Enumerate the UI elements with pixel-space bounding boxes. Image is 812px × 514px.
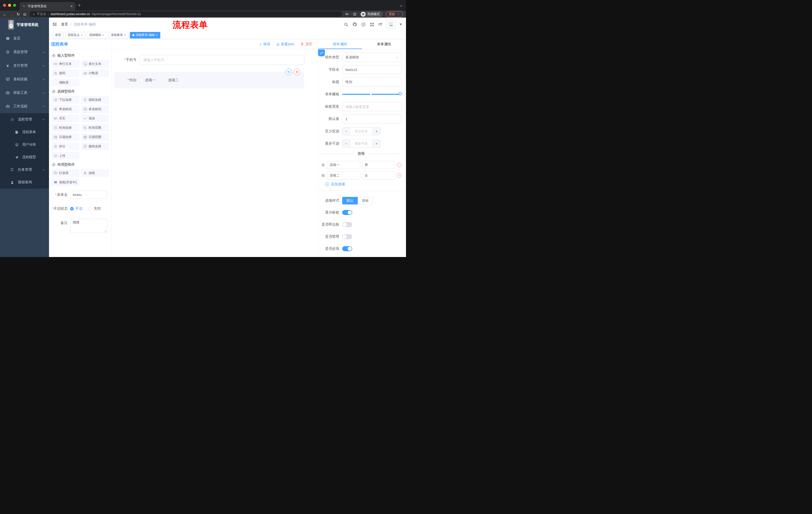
add-option-button[interactable]: + 添加选项 bbox=[321, 182, 402, 187]
component-item-date-picker[interactable]: 日期选择 bbox=[52, 133, 79, 141]
component-item-counter[interactable]: 123 计数器 bbox=[81, 70, 109, 77]
sidebar-item-devtools[interactable]: 研发工具 bbox=[0, 86, 49, 100]
option-name-input[interactable] bbox=[327, 161, 360, 169]
sidebar-item-leave-query[interactable]: 请假查询 bbox=[0, 176, 49, 189]
hamburger-fold-icon[interactable] bbox=[53, 22, 57, 27]
sidebar-item-workflow[interactable]: 工作流程 bbox=[0, 100, 49, 113]
close-tag-icon[interactable]: × bbox=[103, 33, 104, 37]
save-button[interactable]: ✓ 保存 bbox=[259, 42, 270, 47]
clear-button[interactable]: 清空 bbox=[300, 42, 312, 47]
show-label-toggle[interactable] bbox=[342, 210, 352, 215]
close-tag-icon[interactable]: × bbox=[81, 33, 83, 37]
font-size-icon[interactable]: TT bbox=[378, 22, 382, 27]
search-icon[interactable] bbox=[344, 22, 348, 27]
sidebar-item-process-form[interactable]: 流程表单 bbox=[0, 126, 49, 138]
component-item-cascader[interactable]: 级联选择 bbox=[81, 96, 109, 104]
delete-field-button[interactable] bbox=[294, 69, 300, 75]
canvas-field-phone[interactable]: *手机号 bbox=[114, 55, 304, 65]
user-avatar-broken-image[interactable] bbox=[386, 20, 395, 29]
component-item-checkbox-group[interactable]: 多选框组 bbox=[81, 105, 109, 113]
resize-handle[interactable] bbox=[104, 230, 107, 232]
drag-handle-icon[interactable] bbox=[321, 173, 325, 178]
default-value-input[interactable] bbox=[342, 114, 402, 124]
option-name-input[interactable] bbox=[327, 171, 360, 180]
max-select-input[interactable] bbox=[350, 140, 373, 147]
style-default-button[interactable]: 默认 bbox=[342, 197, 358, 205]
disabled-toggle[interactable] bbox=[342, 234, 352, 239]
option-value-input[interactable] bbox=[362, 161, 396, 169]
component-item-slider[interactable]: 滑块 bbox=[81, 115, 109, 122]
title-input[interactable] bbox=[342, 77, 402, 86]
browser-tab[interactable]: 芋道管理系统 ✕ bbox=[20, 2, 76, 10]
component-item-rate[interactable]: 评分 bbox=[52, 142, 79, 150]
password-key-icon[interactable] bbox=[345, 12, 349, 16]
canvas-field-gender-selected[interactable]: *性别 选项一 选项二 bbox=[114, 72, 304, 88]
required-toggle[interactable] bbox=[342, 246, 352, 251]
label-width-input[interactable] bbox=[342, 102, 402, 111]
component-item-button[interactable]: 按钮 bbox=[81, 169, 109, 177]
component-item-color-picker[interactable]: 颜色选择 bbox=[81, 142, 109, 150]
slider-handle[interactable] bbox=[399, 92, 402, 95]
sidebar-item-process-model[interactable]: 流程模型 bbox=[0, 151, 49, 163]
tab-list-chevron-icon[interactable] bbox=[400, 3, 402, 7]
remove-option-button[interactable]: − bbox=[397, 173, 402, 178]
sidebar-item-system[interactable]: 系统管理 bbox=[0, 45, 49, 59]
component-item-select[interactable]: 下拉选择 bbox=[52, 96, 79, 104]
maximize-window-button[interactable] bbox=[13, 4, 16, 7]
view-json-button[interactable]: ◎ 查看json bbox=[277, 42, 294, 47]
checkbox-unchecked-icon[interactable] bbox=[163, 78, 166, 82]
status-radio-on[interactable]: 开启 bbox=[70, 207, 82, 211]
back-icon[interactable]: ← bbox=[3, 12, 7, 16]
component-item-multi-text[interactable]: 多行文本 bbox=[81, 60, 109, 67]
component-item-time-range[interactable]: 时间范围 bbox=[81, 124, 109, 132]
copy-field-button[interactable] bbox=[285, 69, 292, 75]
sidebar-item-infra[interactable]: 基础设施 bbox=[0, 73, 49, 86]
form-name-input[interactable] bbox=[70, 191, 107, 199]
option-value-input[interactable] bbox=[362, 171, 396, 180]
field-name-input[interactable] bbox=[342, 65, 402, 74]
gender-option-1[interactable]: 选项一 bbox=[140, 78, 155, 82]
stepper-minus-button[interactable]: − bbox=[343, 128, 350, 135]
tab-form-props[interactable]: 表单属性 bbox=[362, 39, 406, 49]
form-remark-textarea[interactable]: 嘿嘿 bbox=[70, 219, 107, 233]
component-item-radio-group[interactable]: 单选框组 bbox=[52, 105, 79, 113]
tag-process-form-edit[interactable]: 流程表单-编辑 × bbox=[130, 32, 160, 38]
close-tab-icon[interactable]: ✕ bbox=[70, 4, 73, 8]
component-item-row-container[interactable]: 行容器 bbox=[52, 169, 79, 177]
sidebar-item-process-manage[interactable]: 流程管理 bbox=[0, 113, 49, 126]
reload-icon[interactable]: ↻ bbox=[17, 12, 20, 16]
component-item-table[interactable]: 表格[开发中] bbox=[52, 179, 79, 186]
component-item-switch[interactable]: 开关 bbox=[52, 115, 79, 122]
browser-menu-dots-icon[interactable]: ⋮ bbox=[397, 12, 400, 16]
help-icon[interactable]: ? bbox=[361, 22, 366, 27]
sidebar-item-home[interactable]: 首页 bbox=[0, 32, 49, 45]
breadcrumb-home[interactable]: 首页 bbox=[61, 22, 68, 27]
link-toggle-tab[interactable] bbox=[318, 50, 325, 56]
border-toggle[interactable] bbox=[342, 222, 352, 227]
component-item-date-range[interactable]: 日期范围 bbox=[81, 133, 109, 141]
tag-process-definition[interactable]: 流程定义 × bbox=[65, 32, 85, 38]
tag-process-model[interactable]: 流程模型 × bbox=[87, 32, 107, 38]
component-type-select[interactable]: 多选框组 bbox=[342, 53, 402, 62]
drag-handle-icon[interactable] bbox=[321, 163, 325, 167]
tag-home[interactable]: 首页 bbox=[53, 32, 63, 38]
avatar-caret-icon[interactable] bbox=[400, 24, 402, 25]
forward-icon[interactable]: → bbox=[10, 12, 13, 16]
component-item-password[interactable]: 密码 bbox=[52, 70, 79, 77]
github-icon[interactable] bbox=[352, 22, 357, 27]
gender-option-2[interactable]: 选项二 bbox=[163, 78, 179, 82]
stepper-minus-button[interactable]: − bbox=[343, 140, 350, 147]
browser-update-button[interactable]: 更新 ⋮ bbox=[386, 11, 403, 17]
remove-option-button[interactable]: − bbox=[397, 163, 402, 167]
bookmark-star-icon[interactable] bbox=[353, 12, 357, 16]
sidebar-item-task-manage[interactable]: 任务管理 bbox=[0, 163, 49, 176]
close-tag-icon[interactable]: × bbox=[156, 33, 158, 37]
component-item-single-text[interactable]: 单行文本 bbox=[52, 60, 79, 67]
tag-process-form[interactable]: 流程表单 × bbox=[108, 32, 128, 38]
minimize-window-button[interactable] bbox=[8, 4, 11, 7]
close-tag-icon[interactable]: × bbox=[124, 33, 126, 37]
phone-input[interactable] bbox=[140, 55, 304, 65]
address-bar[interactable]: ⚠ 不安全 | dashboard.yudao.iocoder.cn/bpm/m… bbox=[30, 11, 342, 17]
style-button-button[interactable]: 按钮 bbox=[358, 197, 373, 205]
new-tab-button[interactable]: + bbox=[78, 1, 81, 9]
